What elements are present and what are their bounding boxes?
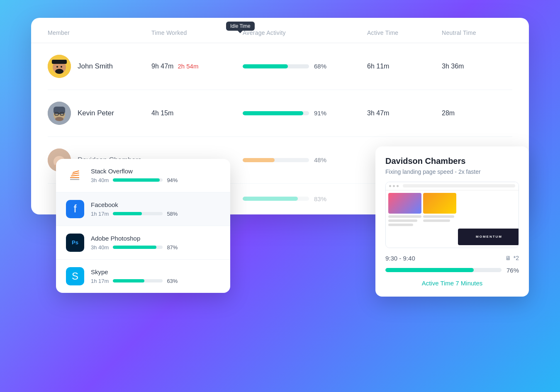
activity-bar-fill <box>243 111 303 115</box>
time-worked-value: 9h 47m <box>151 63 173 70</box>
app-bar-fill <box>113 178 160 182</box>
app-time-row: 1h 17m 58% <box>91 211 220 217</box>
medium-nav <box>386 182 519 190</box>
activity-bar-fill <box>243 64 288 68</box>
member-cell: Kevin Peter <box>48 102 151 125</box>
app-time-row: 3h 40m 94% <box>91 177 220 183</box>
app-pct: 58% <box>167 211 178 217</box>
activity-cell: 48% <box>243 156 367 163</box>
active-time-cell: 3h 47m <box>367 110 442 117</box>
activity-pct: 48% <box>314 156 329 163</box>
col-member: Member <box>48 29 151 36</box>
svg-rect-3 <box>52 60 67 64</box>
app-pct: 87% <box>167 244 178 251</box>
davidson-monitor: 🖥 *2 <box>505 255 519 261</box>
app-row: S Skype 1h 17m 63% <box>56 260 230 293</box>
app-bar-fill <box>113 212 142 215</box>
avatar <box>48 102 71 125</box>
app-name: Stack Overflow <box>91 168 220 175</box>
activity-cell: 91% <box>243 110 367 117</box>
app-bar-fill <box>113 246 156 249</box>
app-info: Stack Overflow 3h 40m 94% <box>91 168 220 183</box>
app-info: Skype 1h 17m 63% <box>91 268 220 284</box>
app-pct: 63% <box>167 278 178 284</box>
member-name: Kevin Peter <box>78 109 114 117</box>
app-info: Facebook 1h 17m 58% <box>91 201 220 217</box>
monitor-count: *2 <box>514 255 519 261</box>
col-avg-activity: Average Activity <box>243 29 367 36</box>
idle-time-tooltip: Idle Time <box>226 22 255 31</box>
davidson-progress-row: 76% <box>385 267 519 274</box>
activity-pct: 83% <box>314 195 329 202</box>
neutral-time-cell: 3h 36m <box>442 63 516 70</box>
davidson-screenshot: MOMENTUM <box>385 182 519 248</box>
app-time-row: 3h 40m 87% <box>91 244 220 251</box>
member-cell: John Smith <box>48 55 151 78</box>
col-neutral-time: Neutral Time <box>442 29 516 36</box>
davidson-bar <box>385 268 502 272</box>
table-row: Idle Time <box>48 43 512 90</box>
app-time: 1h 17m <box>91 211 109 217</box>
activity-cell: 68% <box>243 63 367 70</box>
svg-rect-19 <box>71 175 79 176</box>
time-worked-value: 4h 15m <box>151 110 173 117</box>
medium-content: MOMENTUM <box>386 190 519 248</box>
svg-point-6 <box>61 66 62 68</box>
app-info: Adobe Photoshop 3h 40m 87% <box>91 235 220 251</box>
activity-bar <box>243 197 309 201</box>
app-time: 3h 40m <box>91 177 109 183</box>
table-row: Kevin Peter 4h 15m 91% 3h 47m 28m <box>48 90 512 137</box>
app-name: Skype <box>91 268 220 275</box>
activity-bar-fill <box>243 197 298 201</box>
col-active-time: Active Time <box>367 29 442 36</box>
app-pct: 94% <box>167 177 178 183</box>
activity-bar <box>243 64 309 68</box>
app-bar <box>113 212 163 215</box>
activity-pct: 91% <box>314 110 329 117</box>
app-icon-skype: S <box>66 267 84 285</box>
app-time-row: 1h 17m 63% <box>91 278 220 284</box>
app-bar <box>113 246 163 249</box>
app-name: Facebook <box>91 201 220 208</box>
svg-rect-20 <box>72 172 79 174</box>
svg-rect-18 <box>70 177 79 178</box>
davidson-detail-card: Davidson Chambers Fixing landing page sp… <box>375 146 529 297</box>
monitor-icon: 🖥 <box>505 255 511 261</box>
idle-time-value: 2h 54m <box>178 63 198 70</box>
app-row: Ps Adobe Photoshop 3h 40m 87% <box>56 226 230 260</box>
app-bar <box>113 178 163 182</box>
avatar <box>48 55 71 78</box>
app-icon-stackoverflow <box>66 166 84 185</box>
app-time: 3h 40m <box>91 244 109 251</box>
activity-pct: 68% <box>314 63 329 70</box>
svg-rect-21 <box>73 170 79 173</box>
app-row: f Facebook 1h 17m 58% <box>56 192 230 226</box>
svg-point-5 <box>56 66 58 68</box>
activity-bar-fill <box>243 158 275 162</box>
activity-bar <box>243 158 309 162</box>
app-icon-facebook: f <box>66 200 84 218</box>
svg-point-13 <box>55 117 63 121</box>
medium-mockup: MOMENTUM <box>386 182 519 248</box>
davidson-bar-fill <box>385 268 474 272</box>
table-header: Member Time Worked Average Activity Acti… <box>31 18 529 43</box>
time-worked-cell: 9h 47m 2h 54m <box>151 63 243 70</box>
davidson-time-row: 9:30 - 9:40 🖥 *2 <box>385 255 519 262</box>
app-bar <box>113 279 163 282</box>
app-bar-fill <box>113 279 144 282</box>
app-row: Stack Overflow 3h 40m 94% <box>56 159 230 192</box>
member-name: John Smith <box>78 62 113 71</box>
svg-point-4 <box>55 69 63 74</box>
svg-rect-17 <box>70 179 79 180</box>
davidson-name: Davidson Chambers <box>385 156 519 166</box>
app-time: 1h 17m <box>91 278 109 284</box>
davidson-subtitle: Fixing landing page speed - 2x faster <box>385 168 519 175</box>
app-icon-photoshop: Ps <box>66 234 84 252</box>
activity-bar <box>243 111 309 115</box>
app-name: Adobe Photoshop <box>91 235 220 242</box>
activity-cell: 83% <box>243 195 367 202</box>
time-worked-cell: 4h 15m <box>151 110 243 117</box>
apps-card: Stack Overflow 3h 40m 94% f Facebook 1h … <box>56 159 230 293</box>
davidson-pct: 76% <box>506 267 519 274</box>
davidson-time-range: 9:30 - 9:40 <box>385 255 415 262</box>
